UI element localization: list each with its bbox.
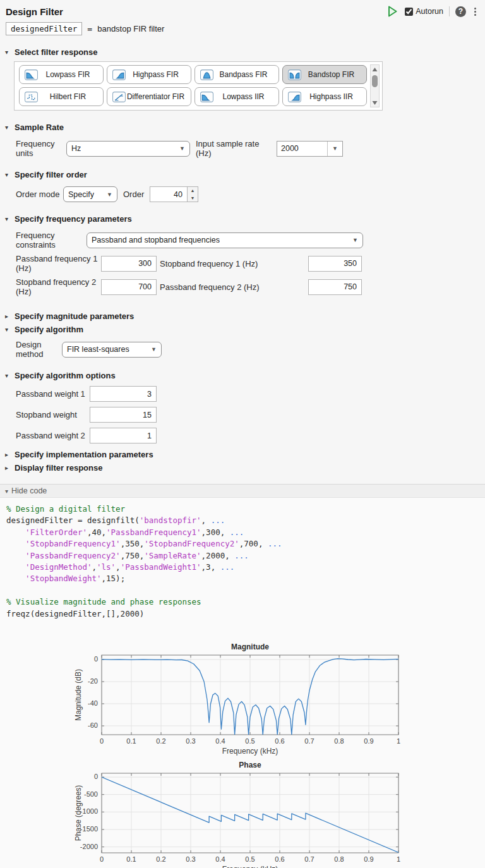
section-label: Sample Rate <box>15 123 64 132</box>
code-line: 'PassbandFrequency2',750,'SampleRate',20… <box>6 550 485 562</box>
field-label: Passband frequency 1 (Hz) <box>16 254 101 273</box>
svg-text:-1500: -1500 <box>80 825 98 833</box>
output-variable-field[interactable]: designedFilter <box>6 22 82 35</box>
stopband-weight-input[interactable] <box>90 407 157 423</box>
order-input[interactable] <box>150 186 188 202</box>
highpass-fir-icon <box>112 69 126 80</box>
order-label: Order <box>123 190 150 199</box>
filter-response-button-lowpass-iir[interactable]: Lowpass IIR <box>195 87 279 106</box>
svg-text:Phase: Phase <box>239 761 261 769</box>
code-line: % Visualize magnitude and phase response… <box>6 596 485 608</box>
hide-code-toggle[interactable]: Hide code <box>0 484 485 498</box>
autorun-checkbox[interactable] <box>405 8 413 16</box>
combo-dropdown-button[interactable]: ▼ <box>327 142 342 156</box>
section-label: Specify frequency parameters <box>15 214 132 224</box>
section-specify-algorithm[interactable]: Specify algorithm <box>0 325 485 334</box>
filter-response-label: Highpass IIR <box>301 92 364 101</box>
code-line <box>6 585 485 596</box>
expand-triangle-icon <box>5 464 11 471</box>
spinner-up-icon[interactable]: ▲ <box>188 187 198 195</box>
help-button[interactable]: ? <box>455 6 466 17</box>
spinner-down-icon[interactable]: ▼ <box>188 195 198 202</box>
svg-text:0.1: 0.1 <box>126 855 136 863</box>
magnitude-chart: 00.10.20.30.40.50.60.70.80.910-20-40-60M… <box>40 640 445 758</box>
svg-text:0.4: 0.4 <box>215 737 225 745</box>
frequency-constraints-dropdown[interactable]: Passband and stopband frequencies ▼ <box>87 232 363 248</box>
frequency-constraints-label: Frequency constraints <box>16 231 87 250</box>
hide-code-label: Hide code <box>11 486 47 495</box>
autorun-toggle[interactable]: Autorun <box>405 7 443 16</box>
section-specify-implementation-parameters[interactable]: Specify implementation parameters <box>0 450 485 459</box>
order-mode-label: Order mode <box>16 190 63 199</box>
output-variable-row: designedFilter = bandstop FIR filter <box>0 17 485 35</box>
svg-text:0: 0 <box>94 773 98 780</box>
passband-weight-1-input[interactable] <box>90 386 157 402</box>
highpass-iir-icon <box>288 92 301 102</box>
filter-response-label: Highpass FIR <box>126 70 188 79</box>
svg-text:0.2: 0.2 <box>156 855 165 863</box>
svg-text:1: 1 <box>397 855 400 863</box>
order-mode-dropdown[interactable]: Specify ▼ <box>63 186 117 202</box>
section-select-filter-response[interactable]: Select filter response <box>0 47 485 57</box>
filter-response-button-bandstop-fir[interactable]: Bandstop FIR <box>282 65 367 84</box>
differentiator-fir-icon <box>112 92 126 102</box>
filter-response-label: Bandstop FIR <box>301 70 364 79</box>
passband-frequency-2-input[interactable] <box>308 279 362 295</box>
section-sample-rate[interactable]: Sample Rate <box>0 123 485 132</box>
filter-response-button-differentiator-fir[interactable]: Differentiator FIR <box>107 87 191 106</box>
section-specify-algorithm-options[interactable]: Specify algorithm options <box>0 371 485 380</box>
collapse-triangle-icon <box>5 49 11 56</box>
filter-description: bandstop FIR filter <box>97 24 164 33</box>
order-spinner[interactable]: ▲ ▼ <box>188 186 198 202</box>
code-line: 'FilterOrder',40,'PassbandFrequency1',30… <box>6 527 485 538</box>
svg-text:-60: -60 <box>88 721 98 729</box>
passband-weight-2-input[interactable] <box>90 428 157 443</box>
stopband-frequency-1-input[interactable] <box>308 256 362 272</box>
section-specify-frequency-parameters[interactable]: Specify frequency parameters <box>0 214 485 224</box>
svg-text:0.9: 0.9 <box>364 855 373 863</box>
filter-response-gallery: Lowpass FIRHighpass FIRBandpass FIRBands… <box>14 61 383 111</box>
scroll-down-button[interactable] <box>371 99 379 107</box>
task-header: Design Filter Autorun ? <box>0 0 485 17</box>
filter-response-label: Hilbert FIR <box>38 92 100 101</box>
frequency-units-dropdown[interactable]: Hz ▼ <box>66 141 190 157</box>
gallery-scrollbar[interactable] <box>370 64 380 107</box>
autorun-label: Autorun <box>416 7 443 16</box>
svg-text:-20: -20 <box>88 677 98 685</box>
svg-text:0.7: 0.7 <box>304 737 314 745</box>
section-specify-magnitude-parameters[interactable]: Specify magnitude parameters <box>0 311 485 321</box>
svg-text:0.1: 0.1 <box>126 737 136 745</box>
filter-response-button-lowpass-fir[interactable]: Lowpass FIR <box>19 65 104 84</box>
filter-response-button-bandpass-fir[interactable]: Bandpass FIR <box>195 65 279 84</box>
input-sample-rate-combobox[interactable]: 2000 ▼ <box>277 141 343 157</box>
scroll-up-button[interactable] <box>371 65 379 73</box>
section-label: Specify magnitude parameters <box>15 311 134 321</box>
filter-response-button-hilbert-fir[interactable]: Hilbert FIR <box>19 87 104 106</box>
section-label: Specify algorithm options <box>15 371 116 380</box>
passband-frequency-1-input[interactable] <box>101 256 157 272</box>
hilbert-fir-icon <box>25 92 38 102</box>
bandstop-fir-icon <box>288 69 301 80</box>
code-line: % Design a digital filter <box>6 503 485 515</box>
scroll-thumb[interactable] <box>372 75 378 87</box>
collapse-triangle-icon <box>5 215 11 222</box>
svg-text:0.6: 0.6 <box>275 737 284 745</box>
field-label: Passband frequency 2 (Hz) <box>160 282 308 292</box>
menu-button[interactable] <box>472 7 479 16</box>
filter-response-label: Bandpass FIR <box>213 70 276 79</box>
svg-text:-2000: -2000 <box>80 843 98 850</box>
filter-response-button-highpass-iir[interactable]: Highpass IIR <box>282 87 367 106</box>
design-method-dropdown[interactable]: FIR least-squares ▼ <box>62 342 162 358</box>
svg-text:0.9: 0.9 <box>364 737 373 745</box>
stopband-frequency-2-input[interactable] <box>101 279 157 295</box>
section-display-filter-response[interactable]: Display filter response <box>0 463 485 473</box>
scroll-track[interactable] <box>371 73 379 99</box>
filter-response-button-highpass-fir[interactable]: Highpass FIR <box>107 65 191 84</box>
svg-text:0.8: 0.8 <box>334 855 344 863</box>
run-button[interactable] <box>388 6 399 17</box>
section-specify-filter-order[interactable]: Specify filter order <box>0 170 485 179</box>
lowpass-iir-icon <box>200 92 213 102</box>
play-icon <box>388 6 398 17</box>
code-block[interactable]: % Design a digital filterdesignedFilter … <box>0 498 485 624</box>
section-label: Specify algorithm <box>15 325 83 334</box>
